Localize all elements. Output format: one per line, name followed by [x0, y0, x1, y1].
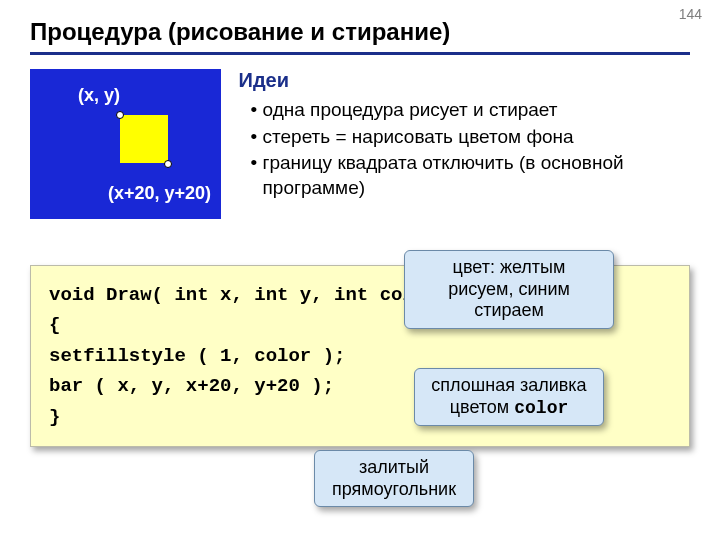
- diagram: (x, y) (x+20, y+20): [30, 69, 221, 219]
- ideas-heading: Идеи: [239, 69, 690, 92]
- corner-dot-bottom-right: [164, 160, 172, 168]
- coord-label-bottom: (x+20, y+20): [108, 183, 211, 204]
- corner-dot-top-left: [116, 111, 124, 119]
- code-line: setfillstyle ( 1, color );: [49, 345, 345, 367]
- code-line: void Draw( int x, int y, int color ): [49, 284, 459, 306]
- coord-label-top: (x, y): [78, 85, 120, 106]
- slide: 144 Процедура (рисование и стирание) (x,…: [0, 0, 720, 540]
- list-item: одна процедура рисует и стирает: [251, 98, 690, 123]
- title-underline: [30, 52, 690, 55]
- callout-code-word: color: [514, 398, 568, 418]
- page-title: Процедура (рисование и стирание): [30, 18, 690, 46]
- callout-fillstyle: сплошная заливка цветом color: [414, 368, 604, 426]
- callout-color: цвет: желтым рисуем, синим стираем: [404, 250, 614, 329]
- list-item: стереть = нарисовать цветом фона: [251, 125, 690, 150]
- ideas-block: Идеи одна процедура рисует и стирает сте…: [239, 69, 690, 219]
- list-item: границу квадрата отключить (в основной п…: [251, 151, 690, 200]
- code-line: }: [49, 406, 60, 428]
- ideas-list: одна процедура рисует и стирает стереть …: [239, 98, 690, 201]
- code-line: {: [49, 314, 60, 336]
- page-number: 144: [679, 6, 702, 22]
- callout-bar: залитый прямоугольник: [314, 450, 474, 507]
- content-row: (x, y) (x+20, y+20) Идеи одна процедура …: [30, 69, 690, 219]
- yellow-square: [120, 115, 168, 163]
- code-line: bar ( x, y, x+20, y+20 );: [49, 375, 334, 397]
